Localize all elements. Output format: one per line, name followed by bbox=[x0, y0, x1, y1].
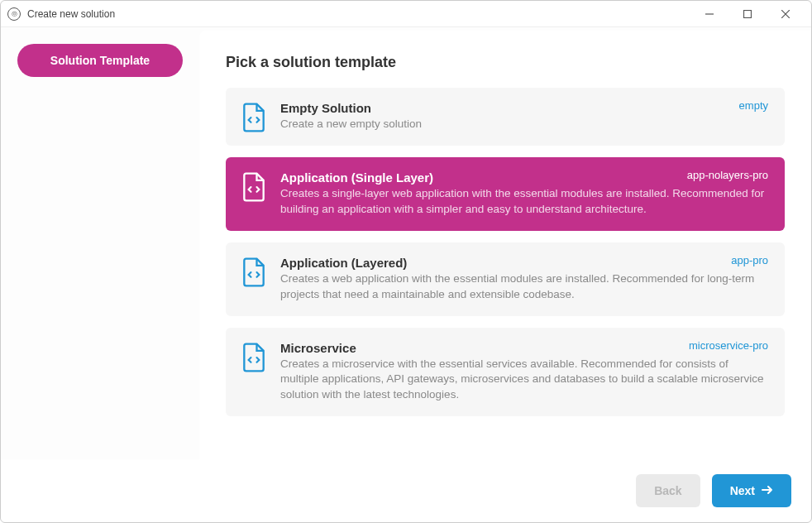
template-tag: app-nolayers-pro bbox=[687, 169, 768, 181]
template-description: Creates a microservice with the essentia… bbox=[280, 357, 768, 404]
next-button[interactable]: Next bbox=[712, 474, 791, 507]
footer: Back Next bbox=[1, 459, 811, 522]
app-icon: ◎ bbox=[7, 7, 21, 21]
sidebar: Solution Template bbox=[1, 27, 199, 459]
app-window: ◎ Create new solution Solution Template … bbox=[0, 0, 812, 523]
template-description: Creates a single-layer web application w… bbox=[280, 186, 768, 218]
title-bar: ◎ Create new solution bbox=[1, 1, 811, 27]
svg-rect-0 bbox=[744, 10, 752, 17]
template-description: Create a new empty solution bbox=[280, 117, 768, 132]
template-single-layer[interactable]: Application (Single Layer) Creates a sin… bbox=[226, 157, 785, 231]
template-description: Creates a web application with the essen… bbox=[280, 271, 768, 303]
template-list: Empty Solution Create a new empty soluti… bbox=[226, 88, 785, 443]
close-button[interactable] bbox=[767, 2, 805, 26]
main-panel: Pick a solution template Empty Solution bbox=[199, 31, 811, 459]
maximize-button[interactable] bbox=[728, 2, 767, 26]
back-button-label: Back bbox=[654, 484, 681, 497]
template-tag: app-pro bbox=[731, 254, 768, 266]
file-code-icon bbox=[242, 172, 265, 202]
template-tag: empty bbox=[739, 99, 768, 112]
template-microservice[interactable]: Microservice Creates a microservice with… bbox=[226, 328, 785, 417]
template-tag: microservice-pro bbox=[689, 339, 768, 352]
template-title: Empty Solution bbox=[280, 101, 768, 115]
file-code-icon bbox=[242, 103, 265, 132]
next-button-label: Next bbox=[730, 484, 755, 497]
solution-template-step[interactable]: Solution Template bbox=[17, 44, 183, 77]
template-title: Application (Layered) bbox=[280, 256, 768, 270]
file-code-icon bbox=[242, 343, 265, 372]
window-title: Create new solution bbox=[27, 8, 115, 20]
arrow-right-icon bbox=[762, 484, 773, 497]
template-layered[interactable]: Application (Layered) Creates a web appl… bbox=[226, 242, 785, 316]
file-code-icon bbox=[242, 257, 265, 287]
back-button[interactable]: Back bbox=[636, 474, 700, 507]
main-heading: Pick a solution template bbox=[226, 54, 785, 71]
template-empty-solution[interactable]: Empty Solution Create a new empty soluti… bbox=[226, 88, 785, 146]
minimize-button[interactable] bbox=[690, 2, 728, 26]
